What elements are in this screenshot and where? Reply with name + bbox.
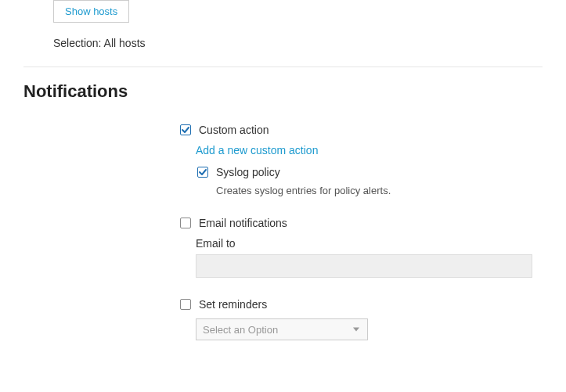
show-hosts-button[interactable]: Show hosts [53, 0, 129, 23]
email-notifications-label: Email notifications [199, 217, 287, 229]
reminders-select[interactable]: Select an Option [196, 318, 368, 340]
syslog-policy-label: Syslog policy [216, 166, 280, 178]
selection-value: All hosts [104, 37, 146, 49]
set-reminders-label: Set reminders [199, 298, 267, 311]
hosts-selection: Selection: All hosts [53, 37, 543, 49]
set-reminders-checkbox[interactable] [180, 299, 191, 310]
selection-label: Selection: [53, 37, 101, 49]
email-to-label: Email to [196, 237, 540, 250]
notifications-title: Notifications [23, 81, 543, 102]
custom-action-label: Custom action [199, 124, 269, 136]
syslog-policy-description: Creates syslog entries for policy alerts… [216, 185, 540, 196]
email-to-input[interactable] [196, 254, 532, 278]
syslog-policy-checkbox[interactable] [197, 167, 208, 178]
add-custom-action-link[interactable]: Add a new custom action [196, 144, 540, 156]
reminders-select-placeholder: Select an Option [203, 324, 278, 336]
custom-action-checkbox[interactable] [180, 124, 191, 135]
email-notifications-checkbox[interactable] [180, 218, 191, 228]
section-divider [23, 67, 543, 67]
